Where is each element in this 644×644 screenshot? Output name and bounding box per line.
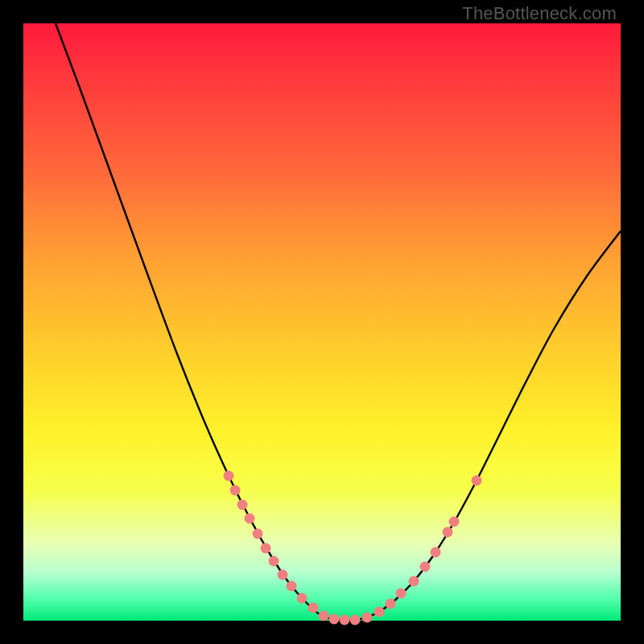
highlight-dot: [443, 527, 453, 538]
highlight-dot: [472, 476, 482, 486]
chart-frame: TheBottleneck.com: [0, 0, 644, 644]
highlight-dot: [396, 588, 407, 599]
highlight-dot: [253, 529, 263, 539]
attribution-text: TheBottleneck.com: [462, 3, 617, 24]
bottleneck-curve: [23, 23, 621, 621]
highlight-dot: [245, 514, 255, 524]
highlight-dot: [449, 517, 460, 527]
main-curve-path: [56, 23, 621, 621]
highlight-dots-group: [224, 471, 482, 625]
highlight-dot: [261, 543, 271, 554]
highlight-dot: [269, 556, 279, 567]
highlight-dot: [319, 611, 329, 621]
highlight-dot: [409, 576, 419, 587]
highlight-dot: [237, 500, 248, 510]
highlight-dot: [308, 603, 319, 613]
highlight-dot: [224, 471, 234, 481]
highlight-dot: [329, 614, 340, 625]
highlight-dot: [420, 562, 431, 572]
highlight-dot: [374, 607, 385, 617]
highlight-dot: [297, 593, 308, 604]
highlight-dot: [287, 581, 297, 592]
highlight-dot: [386, 599, 396, 609]
chart-gradient-background: [23, 23, 621, 621]
highlight-dot: [340, 615, 350, 625]
highlight-dot: [278, 570, 288, 580]
highlight-dot: [431, 547, 441, 558]
highlight-dot: [230, 485, 241, 496]
highlight-dot: [362, 613, 373, 623]
highlight-dot: [350, 615, 361, 625]
